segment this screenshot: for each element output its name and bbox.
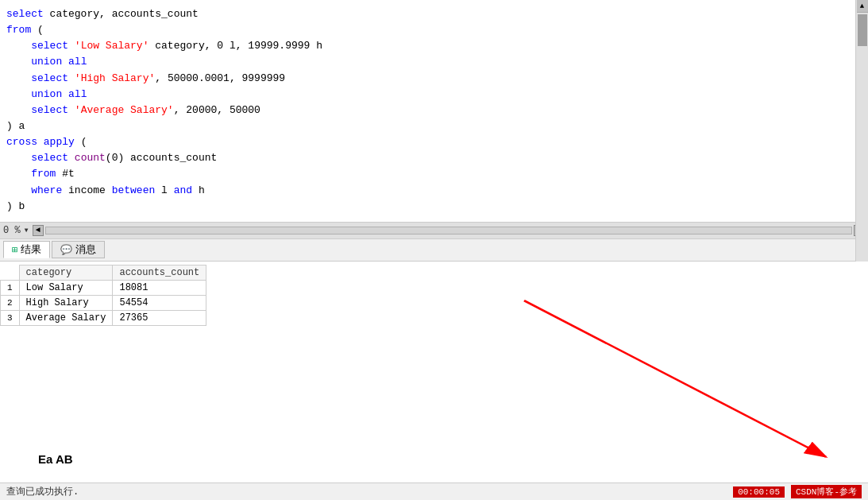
- code-token: 9999999: [242, 71, 286, 87]
- code-token: category, accounts_count: [44, 6, 199, 22]
- csdn-badge: CSDN博客-参考: [791, 485, 862, 498]
- time-badge: 00:00:05: [733, 486, 785, 498]
- code-token: select: [31, 71, 68, 87]
- code-token: select: [31, 103, 68, 118]
- code-line: from (: [0, 22, 868, 38]
- code-area: select category, accounts_countfrom ( se…: [0, 0, 868, 221]
- scroll-track[interactable]: [45, 227, 852, 234]
- cell-accounts-count: 54554: [113, 295, 206, 310]
- cell-category: Low Salary: [19, 280, 113, 295]
- tab-messages[interactable]: 💬 消息: [52, 241, 105, 258]
- ea-ab-label: Ea AB: [38, 452, 73, 466]
- col-category-header: category: [19, 265, 113, 280]
- code-token: ,: [230, 71, 242, 87]
- code-token: l: [155, 183, 173, 199]
- code-token: and: [174, 183, 192, 199]
- status-message: 查询已成功执行.: [6, 485, 79, 498]
- tab-bar: ⊞ 结果 💬 消息: [0, 239, 868, 262]
- main-container: select category, accounts_countfrom ( se…: [0, 0, 868, 500]
- code-token: ) b: [6, 199, 25, 215]
- cell-category: Average Salary: [19, 310, 113, 325]
- code-token: 50000.0001: [168, 71, 230, 87]
- code-token: ,: [155, 71, 168, 87]
- table-row: 1Low Salary18081: [1, 280, 206, 295]
- scroll-left-btn[interactable]: ◄: [33, 225, 44, 236]
- tab-results[interactable]: ⊞ 结果: [3, 241, 50, 258]
- vertical-scrollbar[interactable]: ▲ ▼: [855, 0, 868, 222]
- code-token: (: [75, 134, 87, 150]
- code-token: 'Average Salary': [75, 103, 174, 118]
- cell-accounts-count: 18081: [113, 280, 206, 295]
- code-token: 20000: [186, 103, 217, 118]
- code-token: income: [62, 183, 111, 199]
- code-token: select: [31, 38, 68, 54]
- code-token: [68, 71, 75, 87]
- code-line: select 'Low Salary' category, 0 l, 19999…: [0, 38, 868, 54]
- col-spacer: [1, 265, 20, 280]
- results-wrapper: category accounts_count 1Low Salary18081…: [0, 262, 868, 326]
- code-token: 'High Salary': [75, 71, 155, 87]
- code-token: ,: [217, 103, 230, 118]
- code-line: from #t: [0, 166, 868, 182]
- results-table: category accounts_count 1Low Salary18081…: [0, 265, 206, 326]
- cell-category: High Salary: [19, 295, 113, 310]
- code-token: #t: [56, 166, 74, 182]
- code-token: [6, 54, 31, 70]
- editor-row: select category, accounts_countfrom ( se…: [0, 0, 868, 222]
- code-token: union all: [31, 87, 87, 103]
- code-token: category,: [149, 38, 217, 54]
- code-token: 'Low Salary': [75, 38, 149, 54]
- msg-icon: 💬: [60, 244, 72, 256]
- grid-icon: ⊞: [12, 244, 17, 256]
- code-token: where: [31, 183, 62, 199]
- code-token: [6, 38, 31, 54]
- code-editor[interactable]: select category, accounts_countfrom ( se…: [0, 0, 868, 222]
- code-line: select count(0) accounts_count: [0, 150, 868, 166]
- code-line: ) b: [0, 199, 868, 215]
- code-token: (0) accounts_count: [106, 150, 217, 166]
- code-token: 50000: [230, 103, 260, 118]
- code-token: [6, 150, 31, 166]
- code-token: [6, 183, 31, 199]
- scroll-thumb[interactable]: [858, 14, 867, 46]
- code-token: ,: [174, 103, 187, 118]
- code-line: ) a: [0, 118, 868, 134]
- table-row: 2High Salary54554: [1, 295, 206, 310]
- cell-accounts-count: 27365: [113, 310, 206, 325]
- horizontal-scroll-bar: 0 % ▾ ◄ ►: [0, 222, 868, 239]
- code-token: [68, 150, 75, 166]
- status-left: 查询已成功执行.: [6, 485, 79, 498]
- col-accounts-header: accounts_count: [113, 265, 206, 280]
- code-token: [6, 166, 31, 182]
- code-token: from: [6, 22, 31, 38]
- code-token: select: [6, 6, 44, 22]
- scroll-up-btn[interactable]: ▲: [857, 0, 868, 13]
- code-token: h: [310, 38, 322, 54]
- status-right: 00:00:05 CSDN博客-参考: [733, 485, 862, 498]
- code-token: [6, 87, 31, 103]
- code-token: cross apply: [6, 134, 75, 150]
- code-line: select 'High Salary', 50000.0001, 999999…: [0, 71, 868, 87]
- code-line: where income between l and h: [0, 183, 868, 199]
- table-row: 3Average Salary27365: [1, 310, 206, 325]
- zoom-label: 0 %: [3, 225, 21, 236]
- status-bar: 查询已成功执行. 00:00:05 CSDN博客-参考: [0, 483, 868, 500]
- code-token: union all: [31, 54, 87, 70]
- row-number: 3: [1, 310, 20, 325]
- code-token: (: [31, 22, 44, 38]
- code-token: between: [112, 183, 156, 199]
- tab-results-label: 结果: [21, 242, 41, 257]
- row-number: 2: [1, 295, 20, 310]
- code-line: select 'Average Salary', 20000, 50000: [0, 103, 868, 118]
- results-area: category accounts_count 1Low Salary18081…: [0, 262, 868, 483]
- code-token: [68, 103, 75, 118]
- zoom-dropdown-arrow[interactable]: ▾: [24, 224, 29, 236]
- code-token: select: [31, 150, 68, 166]
- code-token: l,: [223, 38, 248, 54]
- code-line: select category, accounts_count: [0, 6, 868, 22]
- code-line: union all: [0, 54, 868, 70]
- tab-messages-label: 消息: [75, 242, 96, 257]
- code-token: [6, 103, 31, 118]
- code-token: ) a: [6, 118, 25, 134]
- code-line: union all: [0, 87, 868, 103]
